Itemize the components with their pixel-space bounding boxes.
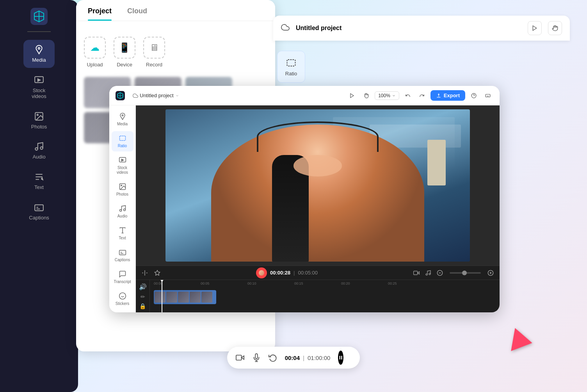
tool-transcript[interactable]: Transcript xyxy=(112,267,133,287)
timeline-track-right: 00:00 00:05 00:10 00:15 00:20 00:25 xyxy=(150,280,500,312)
tool-text[interactable]: Text xyxy=(112,223,133,244)
tool-ratio[interactable]: Ratio xyxy=(112,131,133,151)
editor-play-button[interactable] xyxy=(347,90,358,101)
sidebar-item-captions[interactable]: Captions xyxy=(23,198,55,226)
upload-action[interactable]: ☁ Upload xyxy=(84,37,106,68)
canvas-video xyxy=(165,109,470,262)
sidebar-item-captions-label: Captions xyxy=(29,215,49,221)
tab-cloud[interactable]: Cloud xyxy=(127,0,147,21)
svg-point-7 xyxy=(35,148,38,151)
app-logo xyxy=(30,8,48,27)
svg-rect-33 xyxy=(414,271,418,274)
sidebar-item-text[interactable]: Text xyxy=(23,167,55,195)
sidebar-item-audio[interactable]: Audio xyxy=(23,137,55,165)
topbar-hand-button[interactable] xyxy=(548,21,562,35)
track-volume-button[interactable]: 🔊 xyxy=(139,283,147,290)
total-duration: 00:05:00 xyxy=(298,270,318,276)
svg-point-20 xyxy=(122,115,123,116)
svg-point-3 xyxy=(38,48,40,49)
tool-stock[interactable]: Stockvideos xyxy=(112,153,133,178)
track-edit-button[interactable]: ✏ xyxy=(141,294,145,300)
editor-hand-button[interactable] xyxy=(361,90,372,101)
timeline-clip[interactable] xyxy=(154,290,216,304)
sidebar-item-photos-label: Photos xyxy=(31,124,47,130)
ratio-button[interactable]: Ratio xyxy=(277,51,305,83)
zoom-select[interactable]: 100% xyxy=(375,91,399,100)
svg-rect-11 xyxy=(287,59,295,66)
tool-transcript-label: Transcript xyxy=(114,280,131,284)
track-lock-button[interactable]: 🔒 xyxy=(139,303,146,309)
svg-marker-15 xyxy=(350,93,354,98)
timeline-split-button[interactable] xyxy=(141,269,149,277)
svg-point-26 xyxy=(123,209,125,211)
record-action[interactable]: 🖥 Record xyxy=(143,37,165,68)
tool-photos-label: Photos xyxy=(116,192,128,197)
export-button[interactable]: Export xyxy=(430,90,465,101)
timeline-star-button[interactable] xyxy=(153,269,162,277)
timeline-music-button[interactable] xyxy=(424,269,432,277)
current-time: 00:00:28 xyxy=(270,270,290,276)
rec-mic-button[interactable] xyxy=(252,351,261,365)
tool-audio[interactable]: Audio xyxy=(112,201,133,222)
tool-captions[interactable]: Captions xyxy=(112,245,133,265)
editor-topbar-controls: 100% xyxy=(347,90,493,101)
timeline-timestamp: 00:00:28 | 00:05:00 xyxy=(256,267,318,278)
clip-thumb-2 xyxy=(166,292,177,303)
tool-text-label: Text xyxy=(119,236,126,241)
ruler-mark-2: 00:10 xyxy=(247,282,256,285)
project-tabs: Project Cloud xyxy=(76,0,275,21)
clip-thumb-5 xyxy=(201,292,212,303)
svg-point-25 xyxy=(119,210,121,212)
svg-rect-41 xyxy=(236,355,242,360)
clip-thumb-1 xyxy=(155,292,165,303)
sidebar-item-photos[interactable]: Photos xyxy=(23,107,55,135)
timeline-track-left: 🔊 ✏ 🔒 xyxy=(136,280,150,312)
main-sidebar: Media Stockvideos Photos Audio Tex xyxy=(0,0,78,392)
rec-camera-button[interactable] xyxy=(236,351,244,365)
timeline-zoom-slider[interactable] xyxy=(450,272,481,274)
topbar-play-button[interactable] xyxy=(528,21,542,35)
rec-pause-button[interactable] xyxy=(338,351,343,365)
keyboard-button[interactable] xyxy=(482,90,493,101)
timeline-play-button[interactable] xyxy=(256,267,267,278)
topbar-title: Untitled project xyxy=(296,25,521,32)
cursor-arrow xyxy=(511,328,534,355)
cloud-icon xyxy=(281,23,290,33)
tool-audio-label: Audio xyxy=(117,214,128,219)
rec-reset-button[interactable] xyxy=(269,351,277,365)
sidebar-item-text-label: Text xyxy=(34,184,44,191)
rec-separator: | xyxy=(303,355,304,361)
ruler-mark-5: 00:25 xyxy=(388,282,397,285)
editor-project-name[interactable]: Untitled project xyxy=(130,91,182,100)
editor-logo xyxy=(116,91,125,100)
rec-timestamp: 00:04 | 01:00:00 xyxy=(285,355,331,361)
tool-captions-label: Captions xyxy=(115,258,130,262)
timeline-camera-button[interactable] xyxy=(412,269,421,277)
tool-stickers-label: Stickers xyxy=(116,301,130,306)
time-separator: | xyxy=(294,270,295,276)
sidebar-item-stock-videos[interactable]: Stockvideos xyxy=(23,70,55,104)
tool-photos[interactable]: Photos xyxy=(112,180,133,200)
svg-rect-44 xyxy=(340,356,340,359)
redo-button[interactable] xyxy=(416,90,427,101)
tool-media[interactable]: Media xyxy=(112,109,133,130)
video-headphones xyxy=(257,121,379,152)
tool-stickers[interactable]: Stickers xyxy=(112,289,133,309)
svg-rect-9 xyxy=(35,205,43,210)
svg-point-8 xyxy=(40,147,43,150)
editor-window: Untitled project 100% xyxy=(109,86,500,312)
device-action[interactable]: 📱 Device xyxy=(114,37,135,68)
editor-tool-sidebar: Media Ratio Stockvideos xyxy=(109,105,136,312)
undo-button[interactable] xyxy=(402,90,413,101)
help-button[interactable] xyxy=(468,90,479,101)
ruler-mark-1: 00:05 xyxy=(201,282,210,285)
svg-rect-21 xyxy=(119,136,125,141)
ruler-mark-3: 00:15 xyxy=(294,282,303,285)
sidebar-item-media[interactable]: Media xyxy=(23,40,55,68)
tab-project[interactable]: Project xyxy=(88,0,112,21)
timeline-plus-button[interactable] xyxy=(486,269,495,277)
timeline-minus-button[interactable] xyxy=(436,269,444,277)
svg-point-35 xyxy=(429,273,430,274)
editor-canvas xyxy=(136,105,500,265)
editor-project-name-text: Untitled project xyxy=(140,93,174,98)
